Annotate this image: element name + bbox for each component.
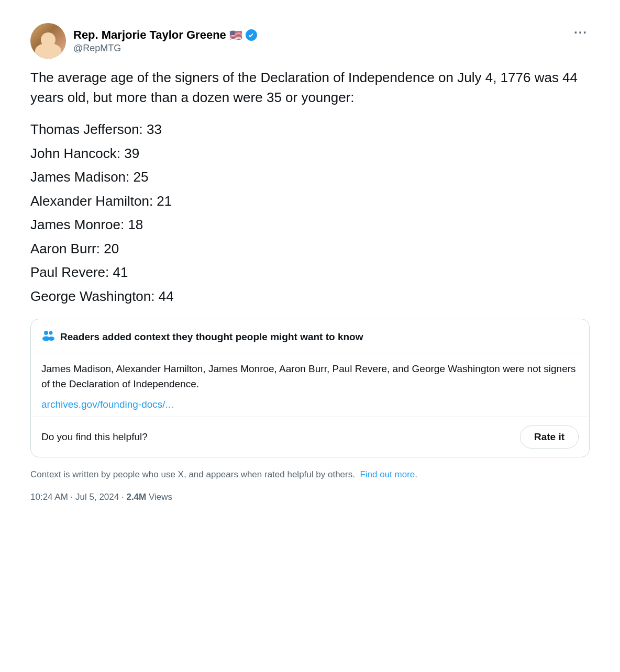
more-menu-button[interactable]: ··· [572, 23, 590, 42]
views-label: Views [149, 492, 172, 502]
list-item: Paul Revere: 41 [30, 261, 590, 285]
list-item: Thomas Jefferson: 33 [30, 118, 590, 142]
list-item: George Washington: 44 [30, 285, 590, 309]
list-item: Alexander Hamilton: 21 [30, 189, 590, 214]
tweet-views: 2.4M Views [126, 492, 172, 502]
note-header-text: Readers added context they thought peopl… [60, 331, 363, 343]
tweet-header-left: Rep. Marjorie Taylor Greene 🇺🇸 @RepMTG [30, 23, 257, 59]
community-note: Readers added context they thought peopl… [30, 319, 590, 457]
display-name: Rep. Marjorie Taylor Greene [73, 28, 226, 42]
tweet-header: Rep. Marjorie Taylor Greene 🇺🇸 @RepMTG ·… [30, 23, 590, 59]
flag-icon: 🇺🇸 [229, 29, 242, 41]
helpful-question: Do you find this helpful? [41, 431, 148, 443]
avatar[interactable] [30, 23, 66, 59]
tweet-body: The average age of the signers of the De… [30, 68, 590, 457]
note-header: Readers added context they thought peopl… [31, 319, 589, 353]
user-info: Rep. Marjorie Taylor Greene 🇺🇸 @RepMTG [73, 28, 257, 54]
tweet-intro-text: The average age of the signers of the De… [30, 68, 590, 107]
tweet-time: 10:24 AM [30, 492, 68, 502]
username: @RepMTG [73, 43, 257, 54]
note-footer: Do you find this helpful? Rate it [31, 417, 589, 457]
tweet-meta: 10:24 AM · Jul 5, 2024 · 2.4M Views [30, 492, 590, 502]
rate-it-button[interactable]: Rate it [520, 425, 579, 449]
context-footer-text: Context is written by people who use X, … [30, 469, 355, 479]
views-count: 2.4M [126, 492, 146, 502]
tweet-list: Thomas Jefferson: 33 John Hancock: 39 Ja… [30, 118, 590, 308]
svg-point-3 [49, 331, 53, 335]
tweet-post: Rep. Marjorie Taylor Greene 🇺🇸 @RepMTG ·… [22, 10, 598, 662]
find-out-more-link[interactable]: Find out more [360, 469, 415, 479]
note-link[interactable]: archives.gov/founding-docs/... [41, 399, 173, 410]
note-content-text: James Madison, Alexander Hamilton, James… [41, 362, 579, 391]
community-note-icon [41, 329, 55, 345]
verified-icon [246, 29, 257, 41]
tweet-date: Jul 5, 2024 [75, 492, 119, 502]
list-item: Aaron Burr: 20 [30, 237, 590, 261]
context-footer: Context is written by people who use X, … [30, 468, 590, 481]
list-item: James Madison: 25 [30, 165, 590, 189]
svg-point-4 [48, 337, 54, 341]
note-body: James Madison, Alexander Hamilton, James… [31, 353, 589, 417]
list-item: John Hancock: 39 [30, 142, 590, 166]
svg-point-1 [44, 331, 48, 335]
meta-separator-1: · [71, 492, 73, 502]
display-name-row: Rep. Marjorie Taylor Greene 🇺🇸 [73, 28, 257, 42]
list-item: James Monroe: 18 [30, 213, 590, 237]
meta-separator-2: · [121, 492, 124, 502]
